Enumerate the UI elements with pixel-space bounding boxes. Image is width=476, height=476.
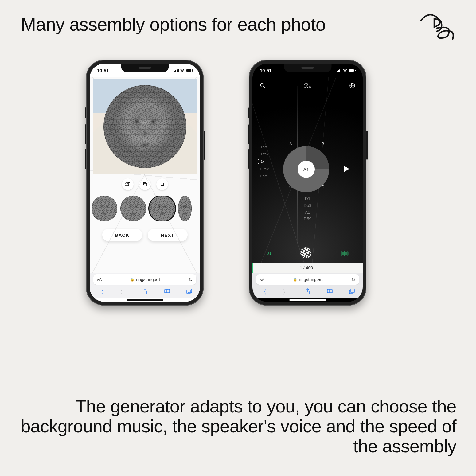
lock-icon: 🔒 — [293, 278, 297, 282]
status-time: 10:51 — [97, 68, 109, 73]
search-icon[interactable] — [260, 83, 266, 89]
play-button[interactable] — [343, 165, 350, 175]
text-size-icon[interactable]: AA — [260, 277, 264, 282]
battery-icon — [349, 69, 355, 72]
svg-rect-8 — [351, 289, 354, 293]
globe-icon[interactable] — [349, 83, 355, 89]
url-text: ringstring.art — [136, 277, 160, 282]
lock-icon: 🔒 — [130, 278, 135, 282]
variant-thumbnail[interactable] — [149, 196, 175, 221]
bookmarks-icon[interactable] — [164, 289, 170, 295]
home-indicator — [127, 299, 163, 301]
phone-mockup-editor: 10:51 — [86, 60, 204, 306]
browser-address-bar: AA 🔒ringstring.art ↻ — [252, 273, 363, 286]
variant-thumbnail[interactable] — [92, 196, 117, 221]
battery-icon — [186, 69, 193, 72]
signal-icon — [174, 69, 179, 72]
nav-back-icon[interactable]: 〈 — [261, 288, 267, 296]
url-text: ringstring.art — [299, 277, 323, 282]
nav-forward-icon: 〉 — [283, 288, 289, 296]
svg-rect-7 — [349, 290, 353, 294]
text-size-icon[interactable]: AA — [97, 277, 102, 282]
tabs-icon[interactable] — [186, 289, 192, 296]
svg-rect-2 — [144, 183, 147, 186]
step-item: A1 — [305, 210, 310, 215]
svg-rect-0 — [128, 182, 130, 183]
browser-address-bar: AA 🔒ringstring.art ↻ — [90, 273, 200, 286]
music-toggle-icon[interactable]: ♫ — [267, 249, 271, 256]
reload-icon[interactable]: ↻ — [351, 277, 355, 283]
crop-button[interactable] — [156, 178, 168, 190]
browser-toolbar: 〈 〉 — [90, 286, 200, 298]
tabs-icon[interactable] — [349, 289, 355, 296]
progress-counter: 1 / 4001 — [252, 263, 363, 273]
nav-back-icon[interactable]: 〈 — [98, 288, 104, 296]
variant-thumbnails — [92, 196, 198, 221]
step-item: D59 — [304, 203, 312, 208]
edit-tools-row — [90, 178, 200, 190]
wifi-icon — [180, 69, 185, 72]
share-icon[interactable] — [305, 288, 310, 296]
svg-rect-3 — [187, 290, 190, 294]
stringart-circle — [103, 85, 186, 168]
svg-point-5 — [260, 83, 264, 87]
browser-toolbar: 〈 〉 — [252, 286, 363, 298]
bookmarks-icon[interactable] — [327, 289, 333, 295]
stringart-preview — [93, 79, 197, 174]
peg-label: B — [322, 142, 324, 146]
step-item: D1 — [305, 196, 310, 201]
address-field[interactable]: AA 🔒ringstring.art ↻ — [93, 274, 196, 285]
footer-text: The generator adapts to you, you can cho… — [18, 396, 456, 456]
nav-forward-icon: 〉 — [120, 288, 126, 296]
phone-notch — [284, 64, 331, 72]
add-image-button[interactable] — [122, 178, 134, 190]
speed-option[interactable]: 1.5x — [258, 145, 271, 150]
step-item: D59 — [304, 217, 312, 221]
reload-icon[interactable]: ↻ — [189, 277, 193, 283]
voice-toggle-icon[interactable]: ı|ıı|ıı|ı — [340, 250, 348, 256]
speed-selector: 1.5x 1.25x 1x 0.75x 0.5x — [258, 145, 271, 178]
speed-option[interactable]: 1x — [258, 159, 271, 164]
status-time: 10:51 — [260, 68, 271, 73]
speed-option[interactable]: 0.5x — [258, 174, 271, 178]
app-logo-icon: ℛ𝓈 — [304, 82, 311, 89]
duplicate-button[interactable] — [139, 178, 151, 190]
dial-wheel[interactable]: A1 — [283, 146, 329, 192]
upcoming-steps: D1 D59 A1 D59 — [252, 196, 363, 221]
brand-logo — [416, 10, 456, 44]
home-indicator — [289, 299, 326, 301]
phone-notch — [121, 64, 169, 72]
address-field[interactable]: AA 🔒ringstring.art ↻ — [256, 274, 359, 285]
next-button[interactable]: NEXT — [148, 229, 188, 241]
back-button[interactable]: BACK — [102, 229, 142, 241]
headline: Many assembly options for each photo — [21, 14, 326, 35]
variant-thumbnail[interactable] — [120, 196, 146, 221]
share-icon[interactable] — [142, 288, 148, 296]
signal-icon — [337, 69, 341, 72]
speed-option[interactable]: 0.75x — [258, 166, 271, 171]
variant-thumbnail[interactable] — [178, 196, 192, 221]
peg-label: A — [289, 142, 292, 146]
current-peg-display: A1 — [298, 161, 315, 178]
speed-option[interactable]: 1.25x — [258, 152, 271, 157]
svg-rect-4 — [188, 289, 192, 293]
phone-mockup-player: 10:51 ℛ𝓈 1.5x 1.25x 1x 0.75x 0.5x A — [249, 60, 366, 306]
wifi-icon — [343, 69, 347, 72]
stringart-mini-icon[interactable] — [300, 247, 311, 258]
